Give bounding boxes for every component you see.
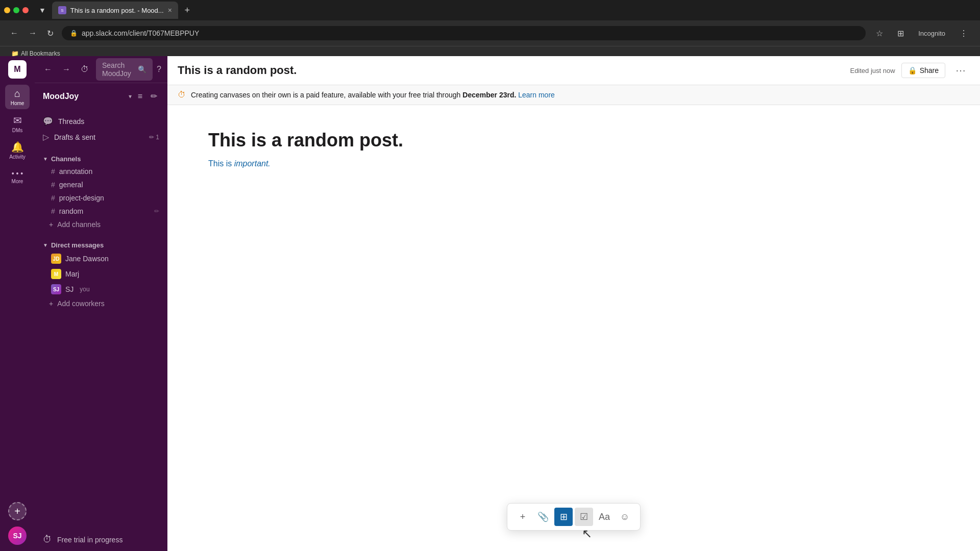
dms-icon: ✉ [13,114,22,127]
toolbar-add-button[interactable]: + [513,508,532,526]
maximize-button[interactable] [13,7,19,13]
dms-section-header[interactable]: ▼ Direct messages [35,239,167,251]
drafts-badge: ✏ 1 [149,134,159,141]
sidebar-item-drafts[interactable]: ▷ Drafts & sent ✏ 1 [35,129,167,145]
toolbar-back-button[interactable]: ← [41,63,55,76]
notice-banner: ⏱ Creating canvases on their own is a pa… [167,85,980,105]
more-icon: • • • [12,169,23,178]
dm-jane-avatar: JD [51,254,61,264]
more-options-button[interactable]: ⋯ [951,62,970,79]
add-coworkers-item[interactable]: + Add coworkers [35,297,167,310]
threads-icon: 💬 [43,116,53,126]
drafts-icon: ▷ [43,132,49,142]
share-button[interactable]: 🔒 Share [901,63,945,78]
dm-you-badge: you [80,286,89,293]
drafts-label: Drafts & sent [54,133,95,141]
channel-hash-icon: # [51,167,55,176]
toolbar-text-button[interactable]: Aa [595,508,614,526]
toolbar-history-button[interactable]: ⏱ [78,63,92,76]
refresh-button[interactable]: ↻ [45,27,56,40]
channel-edit-icon: ✏ [154,208,159,215]
more-label: More [12,179,23,184]
add-channels-item[interactable]: + Add channels [35,218,167,231]
sidebar-item-threads[interactable]: 💬 Threads [35,113,167,129]
channels-section: ▼ Channels # annotation # general # proj… [35,149,167,235]
dm-marj[interactable]: M Marj [35,266,167,282]
trial-icon: ⏱ [43,534,52,545]
compose-button[interactable]: ✏ [149,89,159,103]
tab-title: This is a random post. - Mood... [70,7,164,14]
filter-button[interactable]: ≡ [136,90,144,103]
search-bar[interactable]: Search MoodJoy 🔍 [96,58,153,81]
channel-random[interactable]: # random ✏ [35,205,167,218]
attach-icon: 📎 [537,511,549,522]
back-button[interactable]: ← [8,27,20,40]
toolbar-emoji-button[interactable]: ☺ [616,508,634,526]
doc-subtitle: This is important. [208,159,939,168]
post-title: This is a random post. [178,64,844,77]
dms-section: ▼ Direct messages JD Jane Dawson M Marj … [35,235,167,314]
tab-close-button[interactable]: × [168,6,172,14]
workspace-header: MoodJoy ▾ ≡ ✏ [35,83,167,109]
app-toolbar: ← → ⏱ Search MoodJoy 🔍 ? [35,56,167,83]
add-workspace-button[interactable]: + [8,502,27,520]
tab-group-button[interactable]: ▼ [35,4,50,16]
address-bar[interactable]: 🔒 app.slack.com/client/T067MEBPPUY [62,26,866,40]
home-icon: ⌂ [14,88,20,99]
toolbar-table-button[interactable]: ⊞ [554,508,573,526]
channels-section-header[interactable]: ▼ Channels [35,153,167,165]
edited-label: Edited just now [850,67,895,74]
dm-sj[interactable]: SJ SJ you [35,282,167,297]
cursor: ↖ [582,527,592,541]
user-avatar[interactable]: SJ [8,527,27,545]
menu-button[interactable]: ⋮ [955,27,972,40]
toolbar-attach-button[interactable]: 📎 [534,508,552,526]
doc-subtitle-italic: important. [234,159,271,168]
dm-jane-name: Jane Dawson [65,255,109,263]
workspace-caret: ▾ [129,93,132,100]
tab-favicon: S [58,6,66,14]
incognito-button[interactable]: Incognito [914,28,949,39]
tab-bar: ▼ S This is a random post. - Mood... × + [0,0,980,20]
channel-general[interactable]: # general [35,178,167,191]
main-content: This is a random post. Edited just now 🔒… [167,56,980,551]
workspace-name[interactable]: MoodJoy [43,92,125,101]
sidebar-item-more[interactable]: • • • More [5,164,30,189]
checklist-icon: ☑ [580,511,588,522]
threads-label: Threads [58,117,84,126]
channel-annotation[interactable]: # annotation [35,165,167,178]
toolbar-checklist-button[interactable]: ☑ [575,508,593,526]
add-channels-icon: + [49,220,53,229]
url-text: app.slack.com/client/T067MEBPPUY [82,29,199,37]
sidebar-item-dms[interactable]: ✉ DMs [5,111,30,136]
channel-hash-icon: # [51,181,55,189]
dm-jane[interactable]: JD Jane Dawson [35,251,167,266]
search-icon: 🔍 [138,65,146,73]
extensions-button[interactable]: ⊞ [893,27,908,40]
channel-project-design[interactable]: # project-design [35,191,167,205]
notice-learn-more-link[interactable]: Learn more [518,91,555,99]
channel-hash-icon: # [51,194,55,202]
help-button[interactable]: ? [157,65,161,74]
free-trial-item[interactable]: ⏱ Free trial in progress [35,528,167,551]
doc-title: This is a random post. [208,130,939,151]
minimize-button[interactable] [4,7,10,13]
workspace-avatar[interactable]: M [8,60,27,79]
forward-button[interactable]: → [27,27,39,40]
add-coworkers-label: Add coworkers [57,299,105,308]
content-header: This is a random post. Edited just now 🔒… [167,56,980,85]
table-icon: ⊞ [560,511,568,522]
dm-marj-avatar: M [51,269,61,279]
channel-hash-icon: # [51,207,55,215]
sidebar-item-activity[interactable]: 🔔 Activity [5,138,30,162]
free-trial-label: Free trial in progress [57,536,122,544]
active-tab[interactable]: S This is a random post. - Mood... × [52,2,178,19]
sidebar-item-home[interactable]: ⌂ Home [5,85,30,109]
toolbar-forward-button[interactable]: → [59,63,74,76]
close-button[interactable] [22,7,29,13]
add-channels-label: Add channels [57,220,101,229]
new-tab-button[interactable]: + [180,3,194,17]
dm-marj-name: Marj [65,270,79,278]
channels-toggle-icon: ▼ [43,156,48,162]
bookmark-button[interactable]: ☆ [872,27,887,40]
